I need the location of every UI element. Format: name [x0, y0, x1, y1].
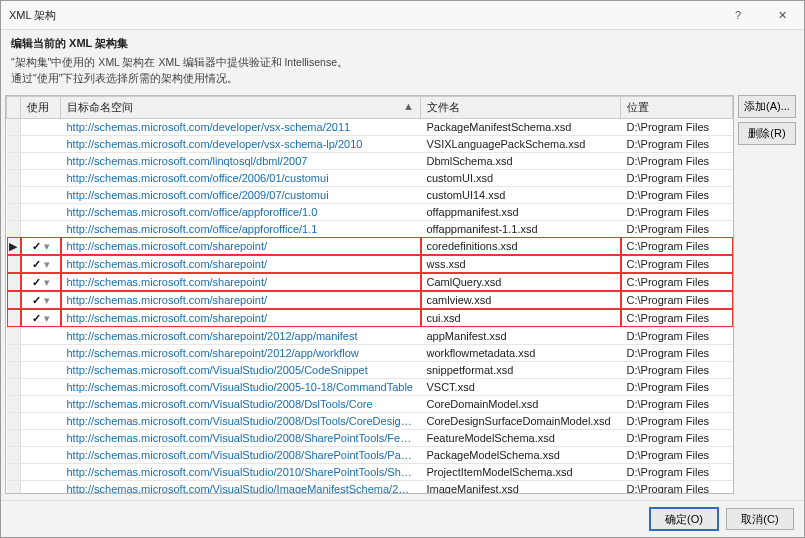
col-location[interactable]: 位置	[621, 96, 733, 118]
namespace-cell: http://schemas.microsoft.com/office/2006…	[61, 169, 421, 186]
use-cell[interactable]	[21, 152, 61, 169]
page-subheader: "架构集"中使用的 XML 架构在 XML 编辑器中提供验证和 Intellis…	[1, 55, 804, 95]
use-cell[interactable]	[21, 480, 61, 494]
cancel-button[interactable]: 取消(C)	[726, 508, 794, 530]
remove-button[interactable]: 删除(R)	[738, 122, 796, 145]
row-indicator	[7, 463, 21, 480]
row-indicator	[7, 429, 21, 446]
namespace-cell: http://schemas.microsoft.com/developer/v…	[61, 118, 421, 135]
table-row[interactable]: ✓ ▾http://schemas.microsoft.com/sharepoi…	[7, 291, 733, 309]
col-use[interactable]: 使用	[21, 96, 61, 118]
row-indicator	[7, 135, 21, 152]
table-row[interactable]: http://schemas.microsoft.com/VisualStudi…	[7, 361, 733, 378]
namespace-cell: http://schemas.microsoft.com/sharepoint/	[61, 309, 421, 327]
location-cell: C:\Program Files	[621, 255, 733, 273]
table-row[interactable]: http://schemas.microsoft.com/VisualStudi…	[7, 429, 733, 446]
filename-cell: camlview.xsd	[421, 291, 621, 309]
filename-cell: CoreDesignSurfaceDomainModel.xsd	[421, 412, 621, 429]
filename-cell: appManifest.xsd	[421, 327, 621, 344]
namespace-cell: http://schemas.microsoft.com/office/2009…	[61, 186, 421, 203]
row-indicator	[7, 152, 21, 169]
row-indicator	[7, 361, 21, 378]
filename-cell: CoreDomainModel.xsd	[421, 395, 621, 412]
table-row[interactable]: ▶✓ ▾http://schemas.microsoft.com/sharepo…	[7, 237, 733, 255]
chevron-down-icon: ▾	[44, 258, 50, 270]
add-button[interactable]: 添加(A)...	[738, 95, 796, 118]
table-row[interactable]: http://schemas.microsoft.com/sharepoint/…	[7, 327, 733, 344]
filename-cell: ProjectItemModelSchema.xsd	[421, 463, 621, 480]
use-cell[interactable]: ✓ ▾	[21, 309, 61, 327]
table-row[interactable]: http://schemas.microsoft.com/office/appf…	[7, 220, 733, 237]
filename-cell: offappmanifest.xsd	[421, 203, 621, 220]
table-row[interactable]: http://schemas.microsoft.com/VisualStudi…	[7, 446, 733, 463]
use-cell[interactable]: ✓ ▾	[21, 273, 61, 291]
schema-grid[interactable]: 使用 目标命名空间▲ 文件名 位置 http://schemas.microso…	[5, 95, 734, 495]
location-cell: D:\Program Files	[621, 378, 733, 395]
table-row[interactable]: http://schemas.microsoft.com/sharepoint/…	[7, 344, 733, 361]
chevron-down-icon: ▾	[44, 276, 50, 288]
filename-cell: coredefinitions.xsd	[421, 237, 621, 255]
ok-button[interactable]: 确定(O)	[650, 508, 718, 530]
table-row[interactable]: http://schemas.microsoft.com/VisualStudi…	[7, 378, 733, 395]
table-row[interactable]: http://schemas.microsoft.com/VisualStudi…	[7, 463, 733, 480]
use-cell[interactable]	[21, 169, 61, 186]
table-row[interactable]: http://schemas.microsoft.com/VisualStudi…	[7, 395, 733, 412]
table-row[interactable]: http://schemas.microsoft.com/developer/v…	[7, 135, 733, 152]
use-cell[interactable]: ✓ ▾	[21, 237, 61, 255]
table-row[interactable]: ✓ ▾http://schemas.microsoft.com/sharepoi…	[7, 309, 733, 327]
namespace-cell: http://schemas.microsoft.com/sharepoint/	[61, 273, 421, 291]
use-cell[interactable]	[21, 186, 61, 203]
namespace-cell: http://schemas.microsoft.com/VisualStudi…	[61, 378, 421, 395]
namespace-cell: http://schemas.microsoft.com/sharepoint/…	[61, 327, 421, 344]
filename-cell: snippetformat.xsd	[421, 361, 621, 378]
page-header: 编辑当前的 XML 架构集	[1, 30, 804, 55]
table-row[interactable]: http://schemas.microsoft.com/VisualStudi…	[7, 480, 733, 494]
use-cell[interactable]	[21, 446, 61, 463]
use-cell[interactable]	[21, 327, 61, 344]
use-cell[interactable]	[21, 203, 61, 220]
location-cell: D:\Program Files	[621, 186, 733, 203]
use-cell[interactable]	[21, 118, 61, 135]
location-cell: D:\Program Files	[621, 135, 733, 152]
row-indicator	[7, 309, 21, 327]
table-row[interactable]: ✓ ▾http://schemas.microsoft.com/sharepoi…	[7, 255, 733, 273]
row-indicator	[7, 203, 21, 220]
filename-cell: FeatureModelSchema.xsd	[421, 429, 621, 446]
table-row[interactable]: ✓ ▾http://schemas.microsoft.com/sharepoi…	[7, 273, 733, 291]
table-row[interactable]: http://schemas.microsoft.com/office/2009…	[7, 186, 733, 203]
filename-cell: VSIXLanguagePackSchema.xsd	[421, 135, 621, 152]
use-cell[interactable]	[21, 463, 61, 480]
table-row[interactable]: http://schemas.microsoft.com/office/2006…	[7, 169, 733, 186]
filename-cell: wss.xsd	[421, 255, 621, 273]
col-filename[interactable]: 文件名	[421, 96, 621, 118]
table-row[interactable]: http://schemas.microsoft.com/office/appf…	[7, 203, 733, 220]
namespace-cell: http://schemas.microsoft.com/VisualStudi…	[61, 446, 421, 463]
location-cell: C:\Program Files	[621, 309, 733, 327]
use-cell[interactable]	[21, 361, 61, 378]
namespace-cell: http://schemas.microsoft.com/office/appf…	[61, 220, 421, 237]
use-cell[interactable]	[21, 220, 61, 237]
table-row[interactable]: http://schemas.microsoft.com/developer/v…	[7, 118, 733, 135]
namespace-cell: http://schemas.microsoft.com/VisualStudi…	[61, 412, 421, 429]
location-cell: D:\Program Files	[621, 429, 733, 446]
use-cell[interactable]	[21, 344, 61, 361]
filename-cell: offappmanifest-1.1.xsd	[421, 220, 621, 237]
row-indicator	[7, 291, 21, 309]
use-cell[interactable]	[21, 412, 61, 429]
use-cell[interactable]	[21, 135, 61, 152]
use-cell[interactable]	[21, 378, 61, 395]
table-row[interactable]: http://schemas.microsoft.com/VisualStudi…	[7, 412, 733, 429]
use-cell[interactable]	[21, 395, 61, 412]
namespace-cell: http://schemas.microsoft.com/VisualStudi…	[61, 395, 421, 412]
help-button[interactable]: ?	[716, 1, 760, 29]
close-button[interactable]: ✕	[760, 1, 804, 29]
location-cell: C:\Program Files	[621, 273, 733, 291]
col-namespace[interactable]: 目标命名空间▲	[61, 96, 421, 118]
filename-cell: VSCT.xsd	[421, 378, 621, 395]
use-cell[interactable]: ✓ ▾	[21, 255, 61, 273]
table-row[interactable]: http://schemas.microsoft.com/linqtosql/d…	[7, 152, 733, 169]
col-arrow[interactable]	[7, 96, 21, 118]
location-cell: D:\Program Files	[621, 118, 733, 135]
use-cell[interactable]	[21, 429, 61, 446]
use-cell[interactable]: ✓ ▾	[21, 291, 61, 309]
